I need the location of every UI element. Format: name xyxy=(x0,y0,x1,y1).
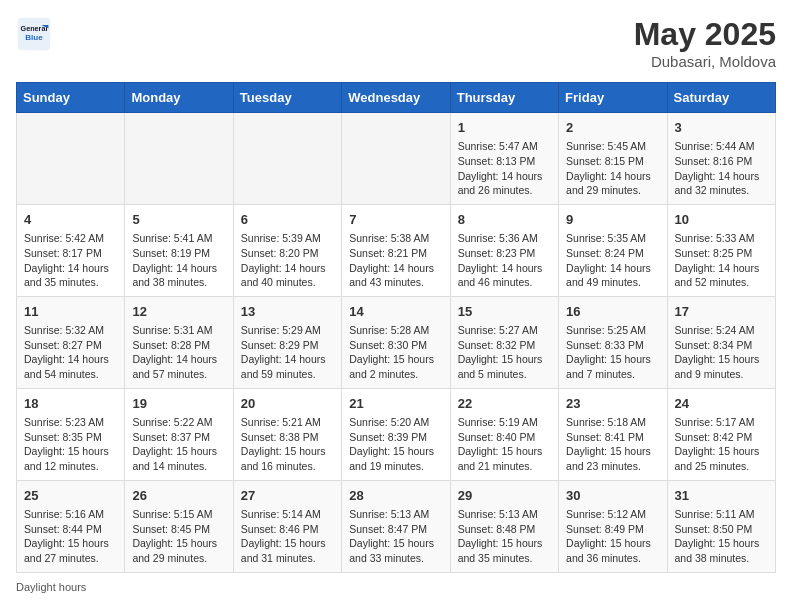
day-info: Sunrise: 5:19 AM Sunset: 8:40 PM Dayligh… xyxy=(458,415,551,474)
day-number: 12 xyxy=(132,303,225,321)
calendar-cell: 18Sunrise: 5:23 AM Sunset: 8:35 PM Dayli… xyxy=(17,388,125,480)
calendar-cell: 15Sunrise: 5:27 AM Sunset: 8:32 PM Dayli… xyxy=(450,296,558,388)
day-number: 11 xyxy=(24,303,117,321)
day-number: 5 xyxy=(132,211,225,229)
calendar-cell: 26Sunrise: 5:15 AM Sunset: 8:45 PM Dayli… xyxy=(125,480,233,572)
calendar-cell: 10Sunrise: 5:33 AM Sunset: 8:25 PM Dayli… xyxy=(667,204,775,296)
day-number: 8 xyxy=(458,211,551,229)
day-info: Sunrise: 5:42 AM Sunset: 8:17 PM Dayligh… xyxy=(24,231,117,290)
day-info: Sunrise: 5:31 AM Sunset: 8:28 PM Dayligh… xyxy=(132,323,225,382)
day-number: 14 xyxy=(349,303,442,321)
calendar-cell: 6Sunrise: 5:39 AM Sunset: 8:20 PM Daylig… xyxy=(233,204,341,296)
calendar-cell: 3Sunrise: 5:44 AM Sunset: 8:16 PM Daylig… xyxy=(667,113,775,205)
calendar-cell: 21Sunrise: 5:20 AM Sunset: 8:39 PM Dayli… xyxy=(342,388,450,480)
calendar-week-row: 1Sunrise: 5:47 AM Sunset: 8:13 PM Daylig… xyxy=(17,113,776,205)
day-number: 19 xyxy=(132,395,225,413)
calendar-day-header: Wednesday xyxy=(342,83,450,113)
day-number: 13 xyxy=(241,303,334,321)
day-number: 28 xyxy=(349,487,442,505)
calendar-cell: 16Sunrise: 5:25 AM Sunset: 8:33 PM Dayli… xyxy=(559,296,667,388)
day-number: 30 xyxy=(566,487,659,505)
day-info: Sunrise: 5:13 AM Sunset: 8:47 PM Dayligh… xyxy=(349,507,442,566)
calendar-cell: 7Sunrise: 5:38 AM Sunset: 8:21 PM Daylig… xyxy=(342,204,450,296)
calendar-week-row: 18Sunrise: 5:23 AM Sunset: 8:35 PM Dayli… xyxy=(17,388,776,480)
calendar-cell: 28Sunrise: 5:13 AM Sunset: 8:47 PM Dayli… xyxy=(342,480,450,572)
calendar-cell: 12Sunrise: 5:31 AM Sunset: 8:28 PM Dayli… xyxy=(125,296,233,388)
day-number: 21 xyxy=(349,395,442,413)
day-info: Sunrise: 5:22 AM Sunset: 8:37 PM Dayligh… xyxy=(132,415,225,474)
logo-icon: General Blue xyxy=(16,16,52,52)
calendar-cell: 8Sunrise: 5:36 AM Sunset: 8:23 PM Daylig… xyxy=(450,204,558,296)
svg-text:Blue: Blue xyxy=(25,33,43,42)
day-info: Sunrise: 5:14 AM Sunset: 8:46 PM Dayligh… xyxy=(241,507,334,566)
day-number: 10 xyxy=(675,211,768,229)
calendar-table: SundayMondayTuesdayWednesdayThursdayFrid… xyxy=(16,82,776,573)
day-number: 3 xyxy=(675,119,768,137)
calendar-cell: 9Sunrise: 5:35 AM Sunset: 8:24 PM Daylig… xyxy=(559,204,667,296)
day-number: 16 xyxy=(566,303,659,321)
page-header: General Blue May 2025 Dubasari, Moldova xyxy=(16,16,776,70)
calendar-cell: 14Sunrise: 5:28 AM Sunset: 8:30 PM Dayli… xyxy=(342,296,450,388)
day-info: Sunrise: 5:41 AM Sunset: 8:19 PM Dayligh… xyxy=(132,231,225,290)
calendar-week-row: 25Sunrise: 5:16 AM Sunset: 8:44 PM Dayli… xyxy=(17,480,776,572)
day-info: Sunrise: 5:12 AM Sunset: 8:49 PM Dayligh… xyxy=(566,507,659,566)
calendar-cell: 4Sunrise: 5:42 AM Sunset: 8:17 PM Daylig… xyxy=(17,204,125,296)
calendar-cell: 11Sunrise: 5:32 AM Sunset: 8:27 PM Dayli… xyxy=(17,296,125,388)
calendar-cell xyxy=(125,113,233,205)
calendar-day-header: Sunday xyxy=(17,83,125,113)
day-info: Sunrise: 5:23 AM Sunset: 8:35 PM Dayligh… xyxy=(24,415,117,474)
calendar-cell: 20Sunrise: 5:21 AM Sunset: 8:38 PM Dayli… xyxy=(233,388,341,480)
calendar-cell: 5Sunrise: 5:41 AM Sunset: 8:19 PM Daylig… xyxy=(125,204,233,296)
calendar-cell: 31Sunrise: 5:11 AM Sunset: 8:50 PM Dayli… xyxy=(667,480,775,572)
day-info: Sunrise: 5:28 AM Sunset: 8:30 PM Dayligh… xyxy=(349,323,442,382)
calendar-cell: 24Sunrise: 5:17 AM Sunset: 8:42 PM Dayli… xyxy=(667,388,775,480)
day-info: Sunrise: 5:27 AM Sunset: 8:32 PM Dayligh… xyxy=(458,323,551,382)
day-info: Sunrise: 5:20 AM Sunset: 8:39 PM Dayligh… xyxy=(349,415,442,474)
footer-note: Daylight hours xyxy=(16,581,86,593)
calendar-day-header: Monday xyxy=(125,83,233,113)
day-number: 23 xyxy=(566,395,659,413)
calendar-cell xyxy=(17,113,125,205)
day-info: Sunrise: 5:36 AM Sunset: 8:23 PM Dayligh… xyxy=(458,231,551,290)
calendar-cell: 1Sunrise: 5:47 AM Sunset: 8:13 PM Daylig… xyxy=(450,113,558,205)
calendar-cell: 23Sunrise: 5:18 AM Sunset: 8:41 PM Dayli… xyxy=(559,388,667,480)
day-info: Sunrise: 5:29 AM Sunset: 8:29 PM Dayligh… xyxy=(241,323,334,382)
day-number: 1 xyxy=(458,119,551,137)
location: Dubasari, Moldova xyxy=(634,53,776,70)
calendar-week-row: 4Sunrise: 5:42 AM Sunset: 8:17 PM Daylig… xyxy=(17,204,776,296)
day-number: 4 xyxy=(24,211,117,229)
day-info: Sunrise: 5:38 AM Sunset: 8:21 PM Dayligh… xyxy=(349,231,442,290)
calendar-day-header: Thursday xyxy=(450,83,558,113)
day-info: Sunrise: 5:25 AM Sunset: 8:33 PM Dayligh… xyxy=(566,323,659,382)
calendar-cell: 22Sunrise: 5:19 AM Sunset: 8:40 PM Dayli… xyxy=(450,388,558,480)
calendar-week-row: 11Sunrise: 5:32 AM Sunset: 8:27 PM Dayli… xyxy=(17,296,776,388)
calendar-cell: 17Sunrise: 5:24 AM Sunset: 8:34 PM Dayli… xyxy=(667,296,775,388)
calendar-header-row: SundayMondayTuesdayWednesdayThursdayFrid… xyxy=(17,83,776,113)
day-number: 26 xyxy=(132,487,225,505)
day-number: 9 xyxy=(566,211,659,229)
calendar-cell: 30Sunrise: 5:12 AM Sunset: 8:49 PM Dayli… xyxy=(559,480,667,572)
calendar-day-header: Saturday xyxy=(667,83,775,113)
day-info: Sunrise: 5:11 AM Sunset: 8:50 PM Dayligh… xyxy=(675,507,768,566)
day-number: 18 xyxy=(24,395,117,413)
day-info: Sunrise: 5:47 AM Sunset: 8:13 PM Dayligh… xyxy=(458,139,551,198)
day-number: 2 xyxy=(566,119,659,137)
title-block: May 2025 Dubasari, Moldova xyxy=(634,16,776,70)
day-info: Sunrise: 5:15 AM Sunset: 8:45 PM Dayligh… xyxy=(132,507,225,566)
day-number: 27 xyxy=(241,487,334,505)
calendar-day-header: Tuesday xyxy=(233,83,341,113)
day-number: 6 xyxy=(241,211,334,229)
day-info: Sunrise: 5:33 AM Sunset: 8:25 PM Dayligh… xyxy=(675,231,768,290)
calendar-cell xyxy=(233,113,341,205)
day-info: Sunrise: 5:16 AM Sunset: 8:44 PM Dayligh… xyxy=(24,507,117,566)
day-number: 7 xyxy=(349,211,442,229)
day-number: 17 xyxy=(675,303,768,321)
calendar-cell: 27Sunrise: 5:14 AM Sunset: 8:46 PM Dayli… xyxy=(233,480,341,572)
day-number: 22 xyxy=(458,395,551,413)
day-number: 31 xyxy=(675,487,768,505)
day-number: 20 xyxy=(241,395,334,413)
calendar-cell: 25Sunrise: 5:16 AM Sunset: 8:44 PM Dayli… xyxy=(17,480,125,572)
day-info: Sunrise: 5:39 AM Sunset: 8:20 PM Dayligh… xyxy=(241,231,334,290)
day-info: Sunrise: 5:44 AM Sunset: 8:16 PM Dayligh… xyxy=(675,139,768,198)
footer: Daylight hours xyxy=(16,581,776,593)
